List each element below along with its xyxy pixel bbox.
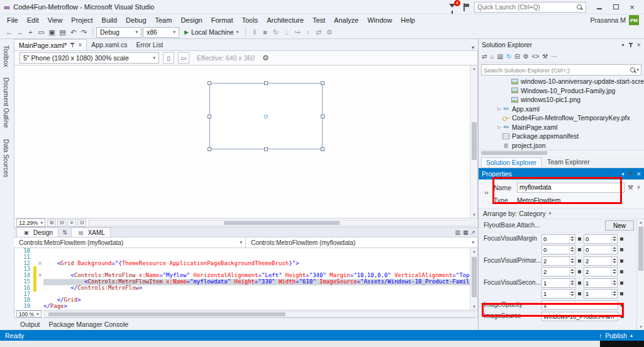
menu-design[interactable]: Design xyxy=(176,16,206,25)
chevron-down-icon[interactable]: ▾ xyxy=(615,314,618,319)
menu-view[interactable]: View xyxy=(43,16,67,25)
pause-icon[interactable]: ‖ xyxy=(249,26,260,37)
solution-explorer-search[interactable]: ▾ xyxy=(481,64,641,76)
undo-icon[interactable]: ↶ xyxy=(68,27,79,38)
close-button[interactable]: × xyxy=(624,1,640,13)
tab-error-list[interactable]: Error List xyxy=(131,39,167,50)
menu-team[interactable]: Team xyxy=(151,16,177,25)
property-value-field[interactable] xyxy=(541,256,575,266)
grid-icon[interactable]: ⊞ xyxy=(47,219,56,227)
property-value-field[interactable] xyxy=(584,234,618,244)
phone-artboard[interactable] xyxy=(209,83,323,149)
stop-icon[interactable]: ■ xyxy=(260,26,270,37)
code-view-icon[interactable]: <> xyxy=(532,53,540,60)
menu-help[interactable]: Help xyxy=(396,16,419,25)
snap-grid-icon[interactable]: ⊟ xyxy=(57,219,66,227)
tree-item[interactable]: {}project.json xyxy=(479,141,644,151)
editor-vertical-scrollbar[interactable]: ▲ ▼ xyxy=(470,248,477,310)
nav-back-icon[interactable]: ← xyxy=(4,26,14,37)
value-input[interactable] xyxy=(542,246,569,253)
value-input[interactable] xyxy=(542,290,569,297)
tree-item[interactable]: ▷<>App.xaml xyxy=(479,105,644,114)
stepper-icon[interactable] xyxy=(611,268,617,276)
breadcrumb-1[interactable]: Controls:MetroFlowItem (myflowdata)▾ xyxy=(14,237,246,247)
property-value-field[interactable] xyxy=(584,278,618,288)
property-value-field[interactable] xyxy=(541,278,575,288)
value-input[interactable] xyxy=(584,246,611,253)
menu-build[interactable]: Build xyxy=(97,16,121,25)
designer-zoom-combo[interactable]: 12.29%▾ xyxy=(16,219,45,227)
configuration-combo[interactable]: Debug▾ xyxy=(96,27,142,38)
code-line[interactable]: 12⊟ <Grid Background="{ThemeResource App… xyxy=(14,261,470,267)
resize-handle[interactable] xyxy=(321,115,325,118)
pin-icon[interactable] xyxy=(628,171,633,177)
menu-analyze[interactable]: Analyze xyxy=(330,16,363,25)
quick-launch-input[interactable] xyxy=(477,4,576,11)
value-input[interactable] xyxy=(542,268,569,275)
property-value-field[interactable] xyxy=(541,289,575,299)
platform-combo[interactable]: x86▾ xyxy=(143,27,179,38)
resize-handle[interactable] xyxy=(264,147,268,151)
feedback-flag-icon[interactable] xyxy=(463,3,469,11)
wrench-icon[interactable]: ⚒ xyxy=(628,184,633,191)
value-input[interactable] xyxy=(584,258,611,265)
refresh-icon[interactable]: ↻ xyxy=(506,53,511,60)
value-input[interactable] xyxy=(542,236,569,242)
maximize-button[interactable] xyxy=(608,1,624,13)
resize-handle[interactable] xyxy=(264,81,268,85)
tree-item[interactable]: Code4Fun-Metroflow_TemporaryKey.pfx xyxy=(479,113,644,123)
zoom-fit-icon[interactable]: ⊡ xyxy=(77,219,86,227)
imagesource-input[interactable] xyxy=(542,313,615,320)
more-icon[interactable]: ⋯ xyxy=(551,53,557,60)
value-input[interactable] xyxy=(584,268,611,275)
stepper-icon[interactable] xyxy=(569,279,575,287)
user-avatar[interactable]: PM xyxy=(629,15,639,25)
step-out-icon[interactable]: ↑ xyxy=(303,26,313,37)
save-all-icon[interactable]: ▤ xyxy=(57,27,68,38)
restart-icon[interactable]: ↻ xyxy=(270,27,281,38)
name-input[interactable] xyxy=(517,183,625,193)
open-file-icon[interactable]: ▭ xyxy=(36,27,47,38)
new-button[interactable]: New xyxy=(605,220,634,230)
tree-item[interactable]: Package.appxmanifest xyxy=(479,132,644,141)
resize-handle[interactable] xyxy=(208,115,211,118)
swap-panes-icon[interactable]: ⇅ xyxy=(60,229,70,236)
quick-launch[interactable] xyxy=(474,2,586,13)
tree-item[interactable]: windows10-pic1.png xyxy=(479,95,644,105)
stepper-icon[interactable] xyxy=(611,279,617,287)
sync-icon[interactable]: ⇄ xyxy=(313,27,324,38)
device-combo[interactable]: 5" Phone (1920 x 1080) 300% scale ▾ xyxy=(19,52,159,64)
side-tab-data-sources[interactable]: Data Sources xyxy=(3,135,9,182)
tab-design[interactable]: ▣ Design xyxy=(16,227,58,237)
tab-xaml[interactable]: ▤ XAML xyxy=(71,227,111,237)
menu-tools[interactable]: Tools xyxy=(238,16,263,25)
resize-handle[interactable] xyxy=(321,147,325,151)
window-position-chevron-icon[interactable]: ▾ xyxy=(622,171,625,177)
tab-mainpage-xaml[interactable]: MainPage.xaml*× xyxy=(14,39,87,50)
code-line[interactable]: 19</Page> xyxy=(14,304,470,310)
resize-handle[interactable] xyxy=(321,81,325,85)
stepper-icon[interactable] xyxy=(611,257,617,265)
publish-button[interactable]: ↑ Publish ▴ xyxy=(599,332,639,339)
solution-explorer-header[interactable]: Solution Explorer ▾ × xyxy=(479,39,644,50)
side-tab-document-outline[interactable]: Document Outline xyxy=(3,73,9,132)
sync-icon[interactable]: ⇄ xyxy=(482,53,487,60)
side-tab-toolbox[interactable]: Toolbox xyxy=(3,41,9,71)
designer-settings-gear-icon[interactable]: ⚙ xyxy=(262,54,269,62)
solution-explorer-scrollbar[interactable] xyxy=(479,150,644,156)
property-value-field[interactable] xyxy=(541,300,618,310)
tree-item[interactable]: ▷<>MainPage.xaml xyxy=(479,123,644,132)
solution-explorer-search-input[interactable] xyxy=(484,67,630,74)
code-line[interactable]: 16 </Controls:MetroFlow> xyxy=(14,285,470,292)
property-value-field[interactable] xyxy=(541,245,575,254)
property-value-field[interactable] xyxy=(584,267,618,276)
close-icon[interactable]: × xyxy=(637,170,641,178)
arrange-by-selector[interactable]: Arrange by: Category ▾ xyxy=(479,208,644,219)
event-handlers-icon[interactable]: ⚡ xyxy=(636,184,641,191)
value-input[interactable] xyxy=(542,280,569,287)
step-over-icon[interactable]: ↪ xyxy=(292,27,303,38)
menu-file[interactable]: File xyxy=(3,16,23,25)
properties-header[interactable]: Properties ▾ × xyxy=(479,168,644,179)
code-line[interactable]: 17 xyxy=(14,292,470,298)
editor-zoom-combo[interactable]: 100 %▾ xyxy=(16,310,42,317)
